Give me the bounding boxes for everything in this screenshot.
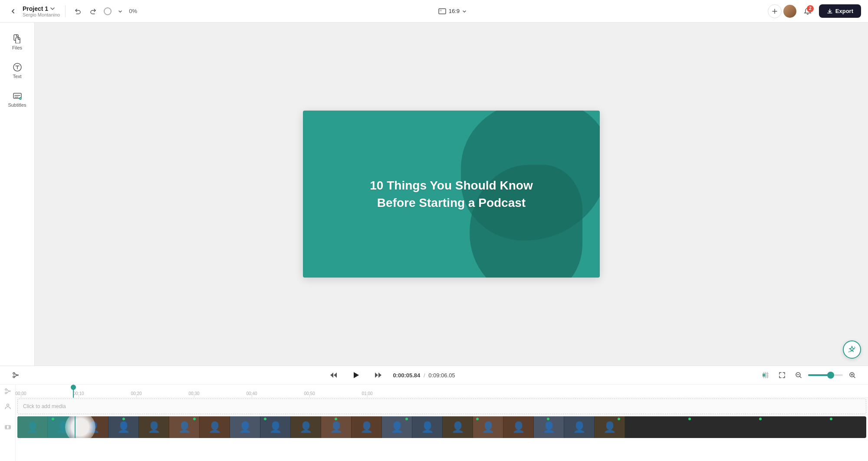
svg-rect-1 <box>440 10 442 11</box>
play-icon <box>351 370 361 380</box>
main-area: Files Text Subtitles <box>0 23 868 366</box>
topbar-right: 2 Export <box>768 4 861 18</box>
preview-title: 10 Things You Should Know Before Startin… <box>370 177 533 211</box>
time-separator: / <box>424 372 425 379</box>
person-silhouette-16: 👤 <box>482 421 495 433</box>
rewind-icon <box>329 372 338 379</box>
export-label: Export <box>835 8 853 14</box>
undo-button[interactable] <box>71 4 85 18</box>
left-sidebar: Files Text Subtitles <box>0 23 35 366</box>
current-time: 0:00:05.84 <box>393 372 420 379</box>
rewind-button[interactable] <box>326 367 342 383</box>
scissors-button[interactable] <box>9 368 23 382</box>
fit-to-screen-button[interactable] <box>775 368 789 382</box>
sidebar-item-text[interactable]: Text <box>3 58 32 83</box>
project-name[interactable]: Project 1 <box>23 5 60 12</box>
clip-marker-3 <box>193 418 196 420</box>
play-button[interactable] <box>347 366 365 384</box>
export-button[interactable]: Export <box>819 4 861 18</box>
person-icon <box>5 403 11 409</box>
aspect-ratio-icon <box>438 8 446 14</box>
person-silhouette-7: 👤 <box>208 421 221 433</box>
redo-button[interactable] <box>86 4 100 18</box>
scissors-small-icon <box>5 388 11 394</box>
add-user-button[interactable] <box>768 4 782 18</box>
avatar <box>783 5 796 18</box>
timeline-settings-button[interactable] <box>759 368 773 382</box>
svg-point-13 <box>5 392 7 394</box>
svg-point-14 <box>7 404 9 406</box>
magic-icon <box>848 345 856 354</box>
ruler-tick-3 <box>194 394 194 398</box>
timeline-track-icon-1 <box>0 398 15 415</box>
files-icon <box>13 34 22 43</box>
divider <box>65 5 66 17</box>
fast-forward-button[interactable] <box>370 367 386 383</box>
timecode: 0:00:05.84 / 0:09:06.05 <box>393 372 455 379</box>
person-silhouette-19: 👤 <box>573 421 586 433</box>
add-media-button[interactable]: Click to add media <box>17 399 866 414</box>
person-silhouette-17: 👤 <box>512 421 525 433</box>
clip-marker-8 <box>547 418 549 420</box>
bottom-controls: 0:00:05.84 / 0:09:06.05 <box>0 366 868 461</box>
zoom-out-button[interactable] <box>792 368 806 382</box>
person-silhouette-9: 👤 <box>269 421 282 433</box>
ruler-tick-5 <box>309 394 310 398</box>
sidebar-item-files[interactable]: Files <box>3 29 32 55</box>
zoom-thumb[interactable] <box>827 372 834 379</box>
clip-marker-10 <box>688 418 691 420</box>
aspect-ratio-button[interactable]: 16:9 <box>433 5 472 17</box>
total-time: 0:09:06.05 <box>428 372 455 379</box>
project-user: Sergio Montanino <box>23 12 60 17</box>
zoom-in-icon <box>849 372 856 379</box>
playhead-video-track <box>75 416 76 438</box>
ruler-tick-2 <box>136 394 137 398</box>
playback-right <box>759 368 859 382</box>
play-controls <box>326 366 386 384</box>
ruler-tick-0 <box>21 394 21 398</box>
clip-marker-5 <box>335 418 337 420</box>
green-dots-row <box>17 418 866 420</box>
ruler-tick-4 <box>252 394 252 398</box>
add-media-label: Click to add media <box>23 403 66 409</box>
notifications-button[interactable]: 2 <box>801 4 815 18</box>
playback-left <box>9 368 23 382</box>
ruler-tick-6 <box>367 394 368 398</box>
zoom-slider[interactable] <box>808 374 843 376</box>
undo-redo-group <box>71 4 100 18</box>
export-icon <box>827 8 833 14</box>
add-media-row: Click to add media <box>16 398 868 415</box>
aspect-ratio-label: 16:9 <box>449 8 460 14</box>
files-label: Files <box>12 45 22 50</box>
playhead-head <box>71 385 76 390</box>
clip-marker-9 <box>618 418 620 420</box>
clip-marker-11 <box>759 418 762 420</box>
zoom-dropdown-button[interactable] <box>113 4 127 18</box>
timeline-tool-scissors[interactable] <box>0 385 15 398</box>
playback-bar: 0:00:05.84 / 0:09:06.05 <box>0 366 868 385</box>
person-silhouette-12: 👤 <box>360 421 373 433</box>
aspect-dropdown-icon <box>462 9 467 13</box>
zoom-track[interactable] <box>808 374 843 376</box>
person-silhouette-13: 👤 <box>391 421 404 433</box>
sidebar-item-subtitles[interactable]: Subtitles <box>3 87 32 112</box>
person-silhouette-14: 👤 <box>421 421 434 433</box>
chevron-down-icon <box>50 6 55 11</box>
clip-marker-2 <box>122 418 125 420</box>
topbar-center: 16:9 <box>142 5 763 17</box>
magic-tools-button[interactable] <box>843 340 861 359</box>
person-silhouette-15: 👤 <box>451 421 464 433</box>
clip-marker-4 <box>264 418 266 420</box>
ruler-container: 00:00 00:10 00:20 00:30 00:40 00:50 01:0… <box>16 385 868 398</box>
back-button[interactable] <box>7 5 19 17</box>
zoom-in-button[interactable] <box>845 368 859 382</box>
person-silhouette-6: 👤 <box>178 421 191 433</box>
svg-rect-15 <box>5 425 10 429</box>
subtitles-label: Subtitles <box>8 102 26 108</box>
notification-badge: 2 <box>807 5 814 12</box>
svg-point-12 <box>5 389 7 390</box>
video-filmstrip[interactable]: 👤 👤 👤 👤 👤 <box>17 416 866 438</box>
subtitles-icon <box>13 91 22 101</box>
video-track-content: 👤 👤 👤 👤 👤 <box>17 416 866 438</box>
preview-text-block: 10 Things You Should Know Before Startin… <box>361 168 541 219</box>
